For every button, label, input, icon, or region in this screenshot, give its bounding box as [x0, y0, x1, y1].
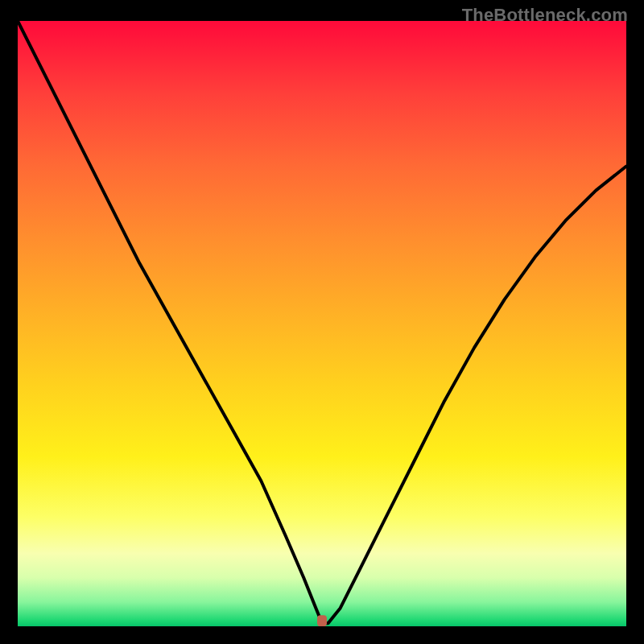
plot-area — [18, 21, 626, 626]
chart-frame: TheBottleneck.com — [0, 0, 644, 644]
watermark-text: TheBottleneck.com — [462, 5, 628, 26]
minimum-marker — [317, 615, 327, 626]
bottleneck-curve — [18, 21, 626, 623]
curve-svg — [18, 21, 626, 626]
